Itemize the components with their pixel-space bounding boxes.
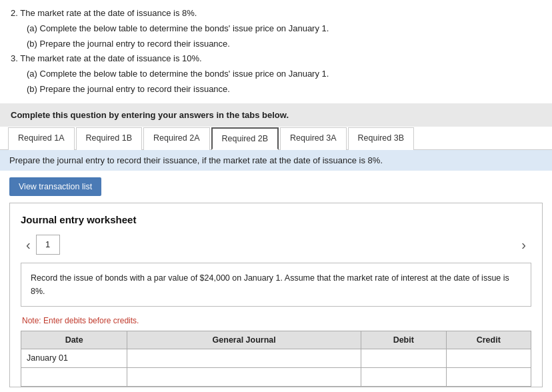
col-header-debit: Debit [361, 331, 447, 349]
view-transaction-list-button[interactable]: View transaction list [9, 177, 101, 196]
tab-req3b[interactable]: Required 3B [348, 127, 415, 150]
cell-date-0: January 01 [21, 349, 127, 367]
instruction-item2a: (a) Complete the below table to determin… [11, 22, 541, 36]
prev-page-button[interactable]: ‹ [21, 238, 36, 251]
table-header-row: Date General Journal Debit Credit [21, 331, 531, 349]
view-btn-area: View transaction list [0, 171, 552, 203]
cell-journal-1[interactable] [127, 367, 361, 386]
cell-debit-0[interactable] [361, 349, 447, 367]
table-row [21, 367, 531, 386]
table-row: January 01 [21, 349, 531, 367]
col-header-general-journal: General Journal [127, 331, 361, 349]
page-number: 1 [36, 235, 60, 255]
col-header-credit: Credit [446, 331, 531, 349]
worksheet-container: Journal entry worksheet ‹ 1 › Record the… [9, 203, 543, 387]
instruction-item3a: (a) Complete the below table to determin… [11, 67, 541, 81]
tab-req1a[interactable]: Required 1A [8, 127, 75, 150]
tabs-bar: Required 1ARequired 1BRequired 2ARequire… [0, 127, 552, 150]
instructions-section: 2. The market rate at the date of issuan… [0, 0, 552, 103]
next-page-button[interactable]: › [516, 238, 531, 251]
record-text: Record the issue of bonds with a par val… [31, 273, 509, 296]
instruction-item3: 3. The market rate at the date of issuan… [11, 52, 541, 66]
instruction-item2b: (b) Prepare the journal entry to record … [11, 37, 541, 51]
record-box: Record the issue of bonds with a par val… [21, 263, 531, 307]
tab-req1b[interactable]: Required 1B [76, 127, 143, 150]
journal-table: Date General Journal Debit Credit Januar… [21, 331, 531, 387]
worksheet-title: Journal entry worksheet [21, 214, 531, 225]
cell-credit-1[interactable] [446, 367, 531, 386]
complete-banner: Complete this question by entering your … [0, 103, 552, 127]
question-instruction: Prepare the journal entry to record thei… [0, 150, 552, 171]
note-text: Note: Enter debits before credits. [21, 316, 531, 325]
instruction-item2: 2. The market rate at the date of issuan… [11, 7, 541, 21]
tab-req2b[interactable]: Required 2B [211, 127, 279, 150]
cell-debit-1[interactable] [361, 367, 447, 386]
nav-row: ‹ 1 › [21, 235, 531, 255]
cell-date-1 [21, 367, 127, 386]
tab-req2a[interactable]: Required 2A [143, 127, 210, 150]
col-header-date: Date [21, 331, 127, 349]
cell-credit-0[interactable] [446, 349, 531, 367]
cell-journal-0[interactable] [127, 349, 361, 367]
tab-req3a[interactable]: Required 3A [280, 127, 347, 150]
instruction-item3b: (b) Prepare the journal entry to record … [11, 83, 541, 97]
